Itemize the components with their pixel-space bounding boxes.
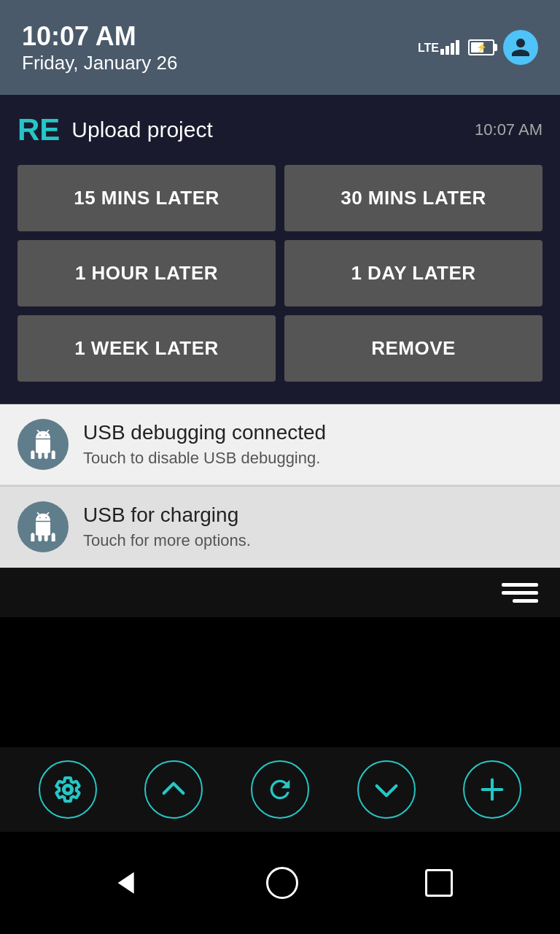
chevron-down-icon: [372, 775, 401, 804]
back-button[interactable]: [107, 867, 139, 899]
menu-line-3: [513, 599, 538, 603]
add-button[interactable]: [463, 760, 521, 819]
home-button[interactable]: [266, 867, 298, 899]
person-icon: [510, 36, 532, 58]
settings-button[interactable]: [39, 760, 97, 819]
action-row: [0, 747, 560, 832]
charging-bolt-icon: ⚡: [476, 42, 487, 53]
spacer-area: [0, 568, 560, 617]
usb-debug-text: USB debugging connected Touch to disable…: [83, 421, 326, 468]
lte-label: LTE: [418, 42, 439, 55]
avatar: [503, 30, 538, 65]
btn-1-hour[interactable]: 1 HOUR LATER: [18, 240, 276, 306]
signal-bar-2: [446, 46, 449, 55]
btn-1-week[interactable]: 1 WEEK LATER: [18, 315, 276, 382]
status-bar: 10:07 AM Friday, January 26 LTE ⚡: [0, 0, 560, 95]
card-app-info: RE Upload project: [18, 112, 213, 147]
status-time: 10:07 AM: [22, 21, 177, 52]
notification-usb-debug[interactable]: USB debugging connected Touch to disable…: [0, 404, 560, 485]
battery-icon: ⚡: [468, 39, 494, 55]
lte-icon: LTE: [418, 40, 459, 55]
android-icon-2: [28, 512, 58, 541]
svg-marker-3: [118, 872, 134, 893]
status-date: Friday, January 26: [22, 52, 177, 74]
usb-charge-subtitle: Touch for more options.: [83, 531, 251, 550]
btn-30-mins[interactable]: 30 MINS LATER: [284, 165, 542, 231]
recents-button[interactable]: [425, 869, 453, 897]
app-logo: RE: [18, 112, 60, 147]
btn-remove[interactable]: REMOVE: [284, 315, 542, 382]
usb-charge-text: USB for charging Touch for more options.: [83, 503, 251, 550]
action-buttons-grid: 15 MINS LATER 30 MINS LATER 1 HOUR LATER…: [18, 165, 542, 382]
card-header: RE Upload project 10:07 AM: [18, 112, 542, 147]
back-icon: [107, 867, 139, 899]
menu-lines-icon[interactable]: [502, 583, 538, 603]
refresh-icon: [265, 775, 295, 804]
scroll-down-button[interactable]: [357, 760, 416, 819]
chevron-up-icon: [159, 775, 188, 804]
signal-bar-1: [440, 49, 444, 55]
btn-15-mins[interactable]: 15 MINS LATER: [18, 165, 276, 231]
home-icon: [266, 867, 298, 899]
app-title: Upload project: [71, 117, 212, 142]
gear-icon: [53, 775, 82, 804]
signal-bars: [440, 40, 459, 55]
status-time-block: 10:07 AM Friday, January 26: [22, 21, 177, 74]
menu-line-2: [502, 591, 538, 595]
upload-card: RE Upload project 10:07 AM 15 MINS LATER…: [0, 95, 560, 404]
btn-1-day[interactable]: 1 DAY LATER: [284, 240, 542, 306]
signal-bar-4: [456, 40, 459, 55]
usb-debug-subtitle: Touch to disable USB debugging.: [83, 449, 326, 468]
menu-line-1: [502, 583, 538, 587]
nav-bar: [0, 832, 560, 934]
android-icon: [28, 430, 58, 459]
usb-debug-icon: [18, 419, 69, 470]
status-icons: LTE ⚡: [418, 30, 538, 65]
usb-charge-title: USB for charging: [83, 503, 251, 527]
usb-charge-icon: [18, 501, 69, 552]
signal-bar-3: [451, 43, 454, 55]
recents-icon: [425, 869, 453, 897]
refresh-button[interactable]: [251, 760, 309, 819]
notification-usb-charge[interactable]: USB for charging Touch for more options.: [0, 487, 560, 568]
plus-icon: [478, 775, 507, 804]
scroll-up-button[interactable]: [144, 760, 203, 819]
card-time: 10:07 AM: [475, 120, 542, 139]
usb-debug-title: USB debugging connected: [83, 421, 326, 444]
